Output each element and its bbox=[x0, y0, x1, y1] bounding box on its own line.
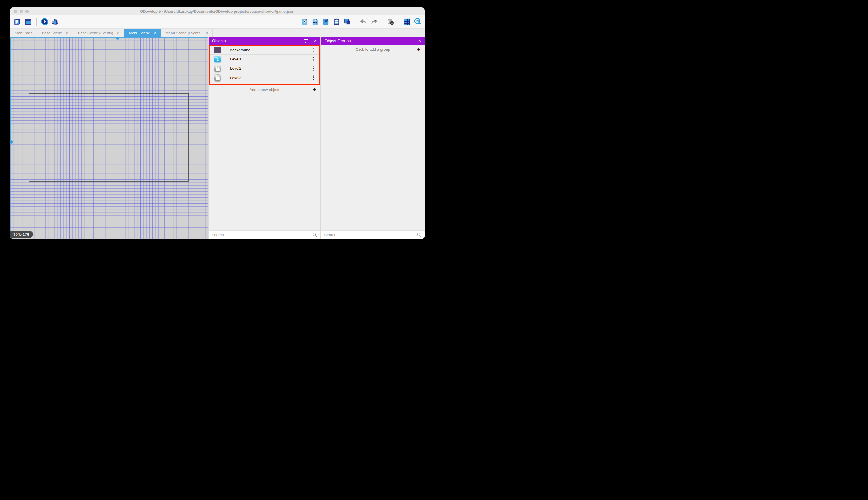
object-row-level3[interactable]: Level3 bbox=[210, 73, 319, 82]
preview-play-icon bbox=[41, 18, 49, 26]
titlebar: GDevelop 5 - /Users/dkarakay/Documents/G… bbox=[10, 8, 424, 15]
toolbar-divider bbox=[399, 18, 399, 26]
redo-icon bbox=[371, 18, 378, 26]
objects-panel-header: Objects × bbox=[209, 37, 320, 45]
objects-editor-icon bbox=[301, 18, 308, 25]
object-menu-kebab-icon[interactable] bbox=[312, 66, 315, 71]
toolbar-divider bbox=[382, 18, 383, 26]
toolbar-divider bbox=[355, 18, 355, 26]
layers-icon bbox=[344, 18, 351, 25]
tab-label: Base Scene (Events) bbox=[78, 31, 113, 35]
tab-label: Menu Scene (Events) bbox=[165, 31, 201, 35]
groups-search-input[interactable] bbox=[324, 233, 417, 237]
open-layers-button[interactable] bbox=[343, 18, 351, 26]
screenshot-background: GDevelop 5 - /Users/dkarakay/Documents/G… bbox=[0, 0, 434, 250]
object-name: Level2 bbox=[230, 66, 242, 70]
instances-list-icon bbox=[333, 18, 340, 25]
object-row-background[interactable]: Background bbox=[210, 46, 319, 55]
toolbar-divider bbox=[36, 18, 37, 26]
plus-icon[interactable]: + bbox=[417, 46, 421, 52]
object-row-level2[interactable]: Level2 bbox=[210, 64, 319, 73]
background-thumbnail-icon bbox=[214, 47, 221, 53]
open-instances-list-button[interactable] bbox=[332, 18, 340, 26]
preview-play-button[interactable] bbox=[40, 18, 49, 26]
open-properties-button[interactable] bbox=[322, 18, 330, 26]
scene-window-icon bbox=[24, 18, 32, 26]
canvas-horizontal-scrollbar[interactable] bbox=[10, 37, 208, 38]
tab-start-page[interactable]: Start Page bbox=[10, 29, 37, 37]
game-window-border bbox=[29, 93, 188, 182]
grid-icon bbox=[403, 18, 411, 25]
content-area: 304;-178 Objects × Background bbox=[10, 37, 424, 239]
window-title: GDevelop 5 - /Users/dkarakay/Documents/G… bbox=[10, 8, 424, 15]
objects-panel-empty-area bbox=[209, 94, 320, 230]
tab-base-scene-events[interactable]: Base Scene (Events) × bbox=[73, 29, 124, 37]
objects-panel: Objects × Background 1 bbox=[209, 37, 320, 239]
object-groups-editor-icon bbox=[312, 18, 319, 25]
object-groups-panel-title: Object Groups bbox=[325, 38, 351, 43]
objects-panel-title: Objects bbox=[212, 38, 226, 43]
object-name: Background bbox=[230, 48, 250, 52]
toggle-window-mask-button[interactable] bbox=[387, 18, 395, 26]
groups-search-bar bbox=[321, 230, 424, 239]
close-tab-icon[interactable]: × bbox=[206, 31, 208, 35]
scene-canvas[interactable]: 304;-178 bbox=[10, 37, 208, 239]
level2-locked-thumbnail-icon bbox=[214, 65, 221, 72]
object-menu-kebab-icon[interactable] bbox=[312, 75, 315, 81]
search-icon bbox=[312, 232, 317, 237]
project-manager-icon bbox=[14, 18, 21, 26]
add-new-object-label: Add a new object bbox=[249, 88, 280, 92]
zoom-original-button[interactable]: 1:1 bbox=[413, 18, 422, 26]
tab-label: Base Scene bbox=[42, 31, 62, 35]
object-groups-empty-area bbox=[321, 54, 424, 230]
svg-text:1:1: 1:1 bbox=[415, 20, 419, 22]
objects-search-input[interactable] bbox=[212, 233, 312, 237]
object-name: Level3 bbox=[230, 76, 242, 80]
vertical-scrollbar-track-filled bbox=[10, 37, 11, 142]
project-manager-button[interactable] bbox=[13, 18, 22, 26]
redo-button[interactable] bbox=[370, 18, 378, 26]
window-mask-icon bbox=[387, 18, 394, 26]
vertical-scrollbar-thumb[interactable] bbox=[10, 140, 13, 144]
add-group-button[interactable]: Click to add a group + bbox=[321, 45, 424, 54]
level1-thumbnail-icon: 1 bbox=[214, 56, 221, 63]
zoom-1-1-icon: 1:1 bbox=[414, 18, 422, 26]
objects-search-bar bbox=[209, 230, 320, 239]
level3-locked-thumbnail-icon bbox=[214, 74, 221, 81]
tab-label: Menu Scene bbox=[129, 31, 150, 35]
undo-button[interactable] bbox=[360, 18, 367, 26]
object-row-level1[interactable]: 1 Level1 bbox=[210, 55, 319, 64]
cursor-coordinates-badge: 304;-178 bbox=[10, 231, 33, 238]
debug-button[interactable] bbox=[51, 18, 59, 26]
tab-base-scene[interactable]: Base Scene × bbox=[37, 29, 73, 37]
close-objects-panel-icon[interactable]: × bbox=[314, 38, 317, 43]
close-tab-icon[interactable]: × bbox=[154, 31, 156, 35]
plus-icon[interactable]: + bbox=[313, 87, 316, 92]
editor-tabbar: Start Page Base Scene × Base Scene (Even… bbox=[10, 28, 424, 37]
tab-label: Start Page bbox=[15, 31, 32, 35]
object-groups-panel: Object Groups × Click to add a group + bbox=[321, 37, 424, 239]
toggle-objects-editor-button[interactable] bbox=[301, 18, 308, 26]
toggle-grid-button[interactable] bbox=[403, 18, 411, 26]
undo-icon bbox=[360, 18, 367, 26]
filter-icon[interactable] bbox=[304, 39, 308, 43]
search-icon bbox=[417, 232, 422, 237]
scene-window-button[interactable] bbox=[24, 18, 32, 26]
tab-menu-scene[interactable]: Menu Scene × bbox=[124, 29, 161, 37]
tab-menu-scene-events[interactable]: Menu Scene (Events) × bbox=[161, 29, 213, 37]
canvas-vertical-scrollbar[interactable] bbox=[10, 37, 11, 239]
debug-icon bbox=[51, 18, 59, 26]
object-menu-kebab-icon[interactable] bbox=[312, 56, 315, 62]
properties-icon bbox=[322, 18, 329, 25]
main-toolbar: 1:1 bbox=[10, 15, 424, 28]
horizontal-scrollbar-thumb[interactable] bbox=[116, 37, 119, 40]
object-groups-panel-header: Object Groups × bbox=[321, 37, 424, 45]
toggle-object-groups-editor-button[interactable] bbox=[311, 18, 319, 26]
gdevelop-window: GDevelop 5 - /Users/dkarakay/Documents/G… bbox=[10, 8, 424, 239]
object-name: Level1 bbox=[230, 57, 242, 61]
close-object-groups-panel-icon[interactable]: × bbox=[419, 38, 421, 43]
close-tab-icon[interactable]: × bbox=[117, 31, 119, 35]
add-new-object-button[interactable]: Add a new object + bbox=[209, 85, 320, 94]
object-menu-kebab-icon[interactable] bbox=[312, 47, 315, 53]
close-tab-icon[interactable]: × bbox=[66, 31, 69, 35]
